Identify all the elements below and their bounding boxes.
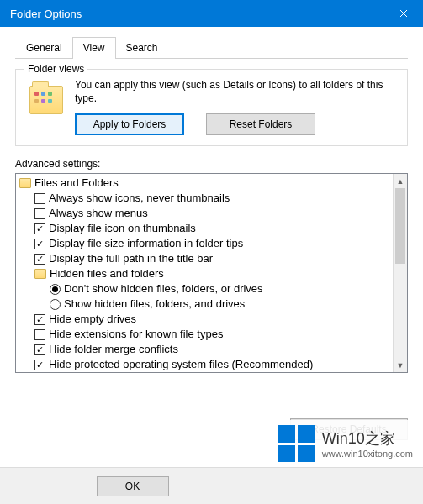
folder-views-text: You can apply this view (such as Details…: [75, 78, 397, 105]
advanced-item[interactable]: Always show icons, never thumbnails: [19, 191, 389, 206]
checkbox[interactable]: [34, 314, 45, 325]
folder-icon: [19, 178, 31, 188]
radio[interactable]: [50, 299, 61, 310]
tab-view[interactable]: View: [72, 37, 116, 59]
apply-to-folders-button[interactable]: Apply to Folders: [75, 113, 184, 135]
advanced-item[interactable]: Don't show hidden files, folders, or dri…: [19, 281, 389, 297]
checkbox[interactable]: [34, 360, 45, 370]
item-label: Hide protected operating system files (R…: [49, 357, 313, 372]
item-label: Hide extensions for known file types: [49, 327, 223, 342]
group-label: Files and Folders: [34, 176, 119, 191]
checkbox[interactable]: [34, 208, 45, 219]
scroll-up-button[interactable]: ▲: [394, 174, 407, 188]
tab-strip: General View Search: [15, 37, 408, 59]
advanced-item[interactable]: Hide folder merge conflicts: [19, 342, 389, 357]
close-button[interactable]: [384, 0, 423, 27]
item-label: Hidden files and folders: [50, 266, 164, 281]
scrollbar[interactable]: ▲ ▼: [393, 174, 407, 372]
tab-general[interactable]: General: [15, 37, 73, 58]
watermark-line1: Win10之家: [322, 428, 413, 449]
ok-button[interactable]: OK: [97, 476, 169, 496]
advanced-item[interactable]: Display file icon on thumbnails: [19, 221, 389, 236]
checkbox[interactable]: [34, 329, 45, 340]
checkbox[interactable]: [34, 223, 45, 234]
item-label: Display the full path in the title bar: [49, 251, 213, 266]
advanced-item[interactable]: Display file size information in folder …: [19, 236, 389, 251]
window-title: Folder Options: [10, 8, 384, 20]
checkbox[interactable]: [34, 254, 45, 265]
radio[interactable]: [50, 284, 61, 295]
group-files-and-folders: Files and Folders: [19, 176, 389, 191]
client-area: General View Search Folder views: [0, 27, 423, 373]
item-label: Hide empty drives: [49, 312, 136, 327]
scroll-track[interactable]: [394, 188, 407, 358]
tab-body: Folder views You can apply this view (su…: [15, 59, 408, 373]
watermark: Win10之家 www.win10xitong.com: [278, 420, 413, 467]
advanced-settings-list: Files and Folders Always show icons, nev…: [15, 173, 408, 373]
item-label: Show hidden files, folders, and drives: [64, 297, 245, 312]
item-label: Always show icons, never thumbnails: [49, 191, 230, 206]
advanced-list-inner: Files and Folders Always show icons, nev…: [16, 174, 393, 372]
item-label: Display file icon on thumbnails: [49, 221, 196, 236]
checkbox[interactable]: [34, 344, 45, 355]
item-label: Hide folder merge conflicts: [49, 342, 178, 357]
scroll-thumb[interactable]: [395, 188, 405, 264]
advanced-item[interactable]: Hide empty drives: [19, 312, 389, 327]
advanced-item: Hidden files and folders: [19, 266, 389, 281]
folder-views-legend: Folder views: [24, 63, 87, 75]
watermark-line2: www.win10xitong.com: [322, 449, 413, 459]
folder-icon: [34, 269, 46, 279]
folder-views-group: Folder views You can apply this view (su…: [15, 69, 408, 146]
advanced-item[interactable]: Hide protected operating system files (R…: [19, 357, 389, 372]
tab-search[interactable]: Search: [115, 37, 169, 58]
advanced-item[interactable]: Always show menus: [19, 206, 389, 221]
folder-views-icon: [26, 80, 66, 120]
windows-logo-icon: [278, 425, 315, 462]
scroll-down-button[interactable]: ▼: [394, 358, 407, 372]
reset-folders-button[interactable]: Reset Folders: [206, 113, 315, 135]
advanced-item[interactable]: Display the full path in the title bar: [19, 251, 389, 266]
title-bar: Folder Options: [0, 0, 423, 27]
close-icon: [399, 9, 408, 18]
checkbox[interactable]: [34, 193, 45, 204]
advanced-settings-label: Advanced settings:: [15, 158, 408, 170]
advanced-item[interactable]: Hide extensions for known file types: [19, 327, 389, 342]
checkbox[interactable]: [34, 239, 45, 249]
item-label: Don't show hidden files, folders, or dri…: [64, 281, 263, 297]
item-label: Always show menus: [49, 206, 148, 221]
item-label: Display file size information in folder …: [49, 236, 243, 251]
dialog-button-row: OK Cancel Apply: [0, 467, 423, 504]
advanced-item[interactable]: Show hidden files, folders, and drives: [19, 297, 389, 312]
